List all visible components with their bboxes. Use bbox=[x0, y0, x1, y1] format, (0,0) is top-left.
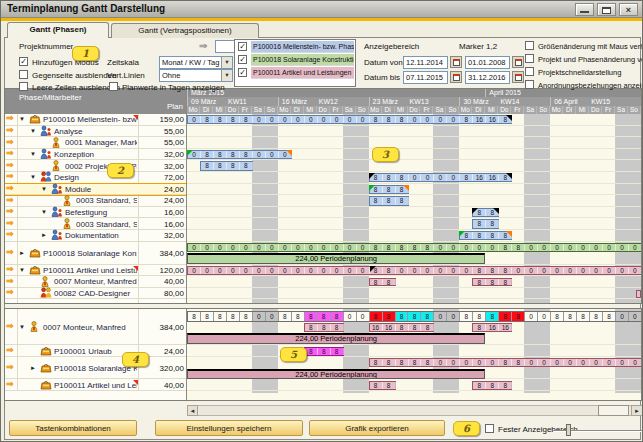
legend-checkbox[interactable]: ✓ bbox=[238, 42, 247, 51]
minimize-button[interactable] bbox=[575, 3, 594, 16]
zeitskala-dropdown-icon[interactable]: ▼ bbox=[221, 57, 232, 68]
gantt-box[interactable]: 1616888 bbox=[369, 323, 435, 332]
gantt-bar[interactable]: 88 bbox=[472, 208, 499, 217]
row-arrow-icon[interactable]: ⇒ bbox=[6, 362, 14, 372]
option-checkbox[interactable] bbox=[525, 41, 534, 50]
gantt-bar[interactable]: 08888000 bbox=[187, 150, 292, 159]
vertlinien-select[interactable]: Ohne ▼ bbox=[159, 69, 233, 82]
gantt-box[interactable]: 81616 bbox=[472, 323, 512, 332]
row-arrow-icon[interactable]: ⇒ bbox=[6, 264, 14, 274]
maximize-button[interactable] bbox=[597, 3, 616, 16]
tree-row[interactable]: ⇒P100011 Artikel und Leistungen n40,00 bbox=[5, 379, 186, 391]
gantt-bar[interactable]: 00000000000000888880000088000000000 bbox=[187, 243, 642, 252]
scroll-thumb[interactable] bbox=[598, 405, 629, 416]
row-arrow-icon[interactable]: ⇒ bbox=[6, 379, 14, 389]
h-scrollbar[interactable] bbox=[187, 405, 643, 416]
datum-bis-calendar-button[interactable] bbox=[450, 71, 462, 83]
row-arrow-icon[interactable]: ⇒ bbox=[6, 195, 14, 205]
tree-row[interactable]: ⇒▼Module24,00 bbox=[5, 184, 186, 196]
grafik-exportieren-button[interactable]: Grafik exportieren bbox=[309, 420, 445, 436]
scroll-right-button[interactable]: ► bbox=[631, 405, 643, 416]
option-checkbox[interactable] bbox=[525, 54, 534, 63]
expand-toggle[interactable]: ► bbox=[19, 250, 25, 256]
gantt-bar[interactable]: 8880000816168 bbox=[369, 173, 513, 182]
timeline-week[interactable]: 30 MärzKW14 bbox=[459, 97, 550, 106]
expand-toggle[interactable]: ► bbox=[30, 365, 36, 371]
zoom-slider-thumb[interactable] bbox=[566, 424, 571, 436]
collapse-toggle[interactable]: ▼ bbox=[19, 116, 25, 122]
gantt-box[interactable]: 88 bbox=[369, 381, 396, 390]
row-arrow-icon[interactable]: ⇒ bbox=[6, 321, 14, 331]
gantt-box[interactable]: 88 bbox=[369, 278, 396, 287]
gegenseite-checkbox[interactable] bbox=[19, 70, 28, 79]
tree-row[interactable]: ⇒▼Befestigung16,00 bbox=[5, 207, 186, 219]
tree-row[interactable]: ⇒0007 Monteur, Manfred40,00 bbox=[5, 276, 186, 288]
legend-checkbox[interactable]: ✓ bbox=[238, 55, 247, 64]
datum-bis-input[interactable]: 07.11.2015 bbox=[403, 71, 448, 84]
gantt-bar[interactable]: 8888 bbox=[459, 231, 512, 240]
gantt-bar[interactable]: 088880000000008880000816168 bbox=[187, 115, 512, 124]
gantt-bar[interactable]: 00000000000000880000008880000000000 bbox=[187, 266, 642, 275]
zeitskala-select[interactable]: Monat / KW / Tag ▼ bbox=[159, 56, 233, 69]
marker-von-calendar-button[interactable] bbox=[512, 56, 524, 68]
tree-row[interactable]: ⇒▼0007 Monteur, Manfred384,00 bbox=[5, 310, 186, 345]
timeline-week[interactable]: 23 MärzKW13 bbox=[369, 97, 460, 106]
period-bar[interactable]: 224,00 Periodenplanung bbox=[187, 253, 485, 263]
row-arrow-icon[interactable]: ⇒ bbox=[6, 276, 14, 286]
collapse-toggle[interactable]: ▼ bbox=[19, 324, 25, 330]
close-button[interactable]: × bbox=[619, 3, 638, 16]
tree-row[interactable]: ⇒00082 CAD-Designer80,00 bbox=[5, 288, 186, 300]
row-arrow-icon[interactable]: ⇒ bbox=[6, 183, 14, 193]
collapse-toggle[interactable]: ▼ bbox=[30, 174, 36, 180]
timeline-week[interactable]: 16 MärzKW12 bbox=[278, 97, 369, 106]
row-arrow-icon[interactable]: ⇒ bbox=[6, 137, 14, 147]
period-bar[interactable]: 224,00 Periodenplanung bbox=[187, 369, 485, 379]
datum-von-calendar-button[interactable] bbox=[450, 56, 462, 68]
tree-row[interactable]: ⇒0001 Manager, Markus55,00 bbox=[5, 137, 186, 149]
row-arrow-icon[interactable]: ⇒ bbox=[6, 148, 14, 158]
marker-bis-calendar-button[interactable] bbox=[512, 71, 524, 83]
row-arrow-icon[interactable]: ⇒ bbox=[6, 171, 14, 181]
tree-row[interactable]: ⇒▼P100016 Meilenstein- bzw. Phasenabr159… bbox=[5, 114, 186, 126]
collapse-toggle[interactable]: ▼ bbox=[41, 186, 47, 192]
gantt-bar[interactable]: 8888 bbox=[200, 161, 253, 170]
scroll-left-button[interactable]: ◄ bbox=[187, 405, 198, 416]
tree-row[interactable]: ⇒►Dokumentation32,00 bbox=[5, 230, 186, 242]
row-arrow-icon[interactable]: ⇒ bbox=[6, 218, 14, 228]
tree-row[interactable]: ⇒0003 Standard, Sandra16,00 bbox=[5, 218, 186, 230]
row-arrow-icon[interactable]: ⇒ bbox=[6, 160, 14, 170]
tree-row[interactable]: ⇒▼Konzeption32,00 bbox=[5, 149, 186, 161]
marker-von-input[interactable]: 01.01.2008 bbox=[465, 56, 510, 69]
hinzufuegen-modus-checkbox[interactable]: ✓ bbox=[19, 57, 28, 66]
row-arrow-icon[interactable]: ⇒ bbox=[6, 287, 14, 297]
einstellungen-speichern-button[interactable]: Einstellungen speichern bbox=[155, 420, 303, 436]
tree-row[interactable]: ⇒►P100018 Solaranlage Konstruktion384,00 bbox=[5, 242, 186, 265]
gantt-box[interactable]: 888 bbox=[304, 323, 344, 332]
collapse-toggle[interactable]: ▼ bbox=[41, 209, 47, 215]
period-bar[interactable]: 224,00 Periodenplanung bbox=[187, 333, 485, 344]
tab-gantt-vertragspositionen[interactable]: Gantt (Vertragspositionen) bbox=[111, 23, 259, 38]
tree-row[interactable]: ⇒►P100018 Solaranlage Konstruktio320,00 bbox=[5, 357, 186, 379]
option-checkbox[interactable] bbox=[525, 67, 534, 76]
gantt-bar[interactable]: 888 bbox=[369, 196, 409, 205]
row-arrow-icon[interactable]: ⇒ bbox=[6, 113, 14, 123]
fester-anzeigebereich-checkbox[interactable] bbox=[485, 424, 494, 433]
option-checkbox[interactable] bbox=[525, 80, 534, 89]
tastenkombinationen-button[interactable]: Tastenkombinationen bbox=[9, 420, 137, 436]
gantt-bar[interactable]: 88 bbox=[472, 219, 499, 228]
planwerte-checkbox[interactable] bbox=[109, 82, 118, 91]
tree-row[interactable]: ⇒▼P100011 Artikel und Leistungen nach120… bbox=[5, 265, 186, 277]
timeline-week[interactable]: 06 AprilKW15 bbox=[550, 97, 641, 106]
tree-row[interactable]: ⇒0002 Projektleiter, Paula32,00 bbox=[5, 160, 186, 172]
row-arrow-icon[interactable]: ⇒ bbox=[6, 247, 14, 257]
tab-gantt-phasen[interactable]: Gantt (Phasen) bbox=[7, 22, 109, 38]
row-arrow-icon[interactable]: ⇒ bbox=[6, 206, 14, 216]
tree-row[interactable]: ⇒▼Analyse55,00 bbox=[5, 126, 186, 138]
tree-row[interactable]: ⇒P100001 Urlaub24,00 bbox=[5, 345, 186, 357]
gantt-box[interactable]: 888 bbox=[472, 381, 512, 390]
gantt-box[interactable]: 888 bbox=[472, 278, 512, 287]
marker-bis-input[interactable]: 31.12.2016 bbox=[465, 71, 510, 84]
gantt-box[interactable]: 888 bbox=[304, 347, 344, 356]
datum-von-input[interactable]: 12.11.2014 bbox=[403, 56, 448, 69]
vertlinien-dropdown-icon[interactable]: ▼ bbox=[221, 70, 232, 81]
